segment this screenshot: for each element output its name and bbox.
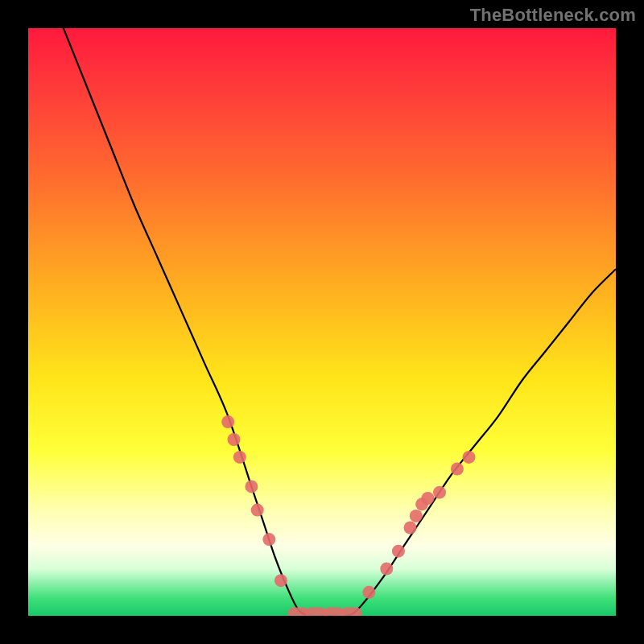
marker-dot [433, 486, 446, 499]
data-markers [221, 415, 475, 616]
marker-rect [341, 607, 362, 616]
marker-dot [392, 545, 405, 558]
marker-dot [421, 492, 434, 505]
marker-dot [245, 480, 258, 493]
bottleneck-curve [64, 28, 616, 616]
marker-rect [324, 607, 345, 616]
marker-dot [228, 433, 241, 446]
marker-dot [410, 510, 423, 522]
marker-dot [251, 504, 264, 517]
marker-dot [221, 415, 234, 428]
plot-area [28, 28, 616, 616]
marker-dot [275, 574, 287, 587]
curve-svg [28, 28, 616, 616]
marker-dot [451, 463, 464, 476]
marker-dot [262, 533, 275, 546]
chart-frame: TheBottleneck.com [0, 0, 644, 644]
marker-rect [306, 607, 327, 616]
marker-dot [415, 497, 428, 510]
marker-dot [404, 522, 417, 535]
watermark-text: TheBottleneck.com [470, 5, 636, 26]
marker-dot [463, 451, 476, 464]
marker-dot [233, 451, 246, 464]
marker-rect [288, 607, 309, 616]
marker-dot [380, 563, 393, 576]
marker-dot [362, 586, 375, 599]
